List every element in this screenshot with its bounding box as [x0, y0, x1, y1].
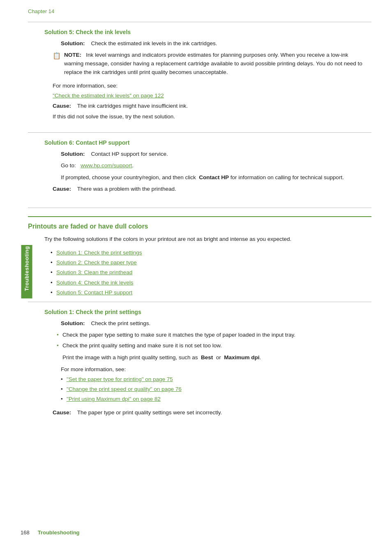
section6-heading: Solution 6: Contact HP support	[44, 139, 371, 146]
note-icon: 📋	[53, 51, 61, 77]
section6-block: Solution 6: Contact HP support Solution:…	[28, 132, 371, 200]
section6-cause: Cause: There was a problem with the prin…	[53, 185, 371, 193]
section6-solution-label: Solution:	[61, 151, 85, 157]
sub-bullet-1: Check the paper type setting to make sur…	[57, 331, 371, 340]
solutions-list-item[interactable]: Solution 4: Check the ink levels	[51, 279, 371, 287]
sub-link-3[interactable]: "Print using Maximum dpi" on page 82	[61, 395, 371, 403]
solutions-list-item[interactable]: Solution 5: Contact HP support	[51, 289, 371, 297]
section5-heading: Solution 5: Check the ink levels	[44, 29, 371, 35]
print-note-line: Print the image with a high print qualit…	[62, 354, 371, 362]
sub-solution1-block: Solution 1: Check the print settings Sol…	[28, 302, 371, 423]
sub-solution1-bullets: Check the paper type setting to make sur…	[57, 331, 371, 350]
section6-cause-label: Cause:	[53, 186, 71, 192]
main-section-block: Printouts are faded or have dull colors …	[28, 216, 371, 423]
footer-page-number: 168	[21, 529, 30, 536]
section6-prompted: If prompted, choose your country/region,…	[61, 173, 371, 182]
main-section-heading: Printouts are faded or have dull colors	[28, 216, 371, 230]
solutions-list-item[interactable]: Solution 1: Check the print settings	[51, 249, 371, 257]
sub-solution1-cause-label: Cause:	[53, 409, 71, 416]
section6-cause-text: There was a problem with the printhead.	[77, 186, 176, 192]
sub-solution1-label: Solution:	[61, 320, 85, 326]
section5-cause-text: The ink cartridges might have insufficie…	[77, 103, 188, 109]
sub-link-1[interactable]: "Set the paper type for printing" on pag…	[61, 375, 371, 384]
section5-note-text: NOTE: Ink level warnings and indicators …	[64, 51, 363, 77]
section6-contact-hp: Contact HP	[199, 174, 229, 180]
section6-goto-label: Go to:	[61, 162, 76, 169]
section6-link[interactable]: www.hp.com/support	[81, 162, 132, 169]
section5-cause: Cause: The ink cartridges might have ins…	[53, 102, 371, 110]
print-end: .	[260, 354, 261, 360]
solutions-list: Solution 1: Check the print settings Sol…	[51, 249, 371, 297]
section5-if-not-solve: If this did not solve the issue, try the…	[53, 113, 371, 121]
section5-note-box: 📋 NOTE: Ink level warnings and indicator…	[53, 51, 363, 77]
section5-block: Solution 5: Check the ink levels Solutio…	[28, 22, 371, 121]
section6-goto: Go to: www.hp.com/support.	[61, 162, 371, 170]
main-section-intro: Try the following solutions if the color…	[44, 235, 371, 244]
sub-solution1-links: "Set the paper type for printing" on pag…	[61, 375, 371, 404]
sub-bullet-2: Check the print quality setting and make…	[57, 342, 371, 350]
section6-solution-line: Solution: Contact HP support for service…	[61, 150, 371, 158]
section5-solution-text: Check the estimated ink levels in the in…	[91, 40, 217, 46]
chapter-label: Chapter 14	[28, 8, 371, 14]
section5-cause-label: Cause:	[53, 103, 71, 109]
side-tab-troubleshooting: Troubleshooting	[21, 245, 32, 298]
section6-if-prompted: If prompted, choose your country/region,…	[61, 174, 196, 180]
max-dpi-label: Maximum dpi	[224, 354, 259, 360]
sub-solution1-text: Check the print settings.	[91, 320, 151, 326]
section5-for-more: For more information, see:	[53, 82, 371, 90]
solutions-list-item[interactable]: Solution 3: Clean the printhead	[51, 268, 371, 277]
or-text: or	[216, 354, 221, 360]
sub-solution1-cause: Cause: The paper type or print quality s…	[53, 409, 371, 417]
section5-link[interactable]: "Check the estimated ink levels" on page…	[53, 92, 371, 100]
page-footer: 168 Troubleshooting	[21, 529, 80, 536]
sub-solution1-heading: Solution 1: Check the print settings	[44, 309, 371, 315]
section5-solution-line: Solution: Check the estimated ink levels…	[61, 39, 371, 48]
sub-solution1-cause-text: The paper type or print quality settings…	[77, 409, 222, 416]
section6-for-info: for information on calling for technical…	[231, 174, 344, 180]
section5-note-body: Ink level warnings and indicators provid…	[64, 52, 362, 75]
section6-solution-text: Contact HP support for service.	[91, 151, 168, 157]
solutions-list-item[interactable]: Solution 2: Check the paper type	[51, 259, 371, 267]
footer-chapter-label: Troubleshooting	[38, 529, 80, 536]
section5-note-label: NOTE:	[64, 52, 81, 58]
print-note-text: Print the image with a high print qualit…	[62, 354, 198, 360]
sub-link-2[interactable]: "Change the print speed or quality" on p…	[61, 385, 371, 393]
sub-for-more: For more information, see:	[61, 365, 371, 374]
section5-solution-label: Solution:	[61, 40, 85, 46]
best-label: Best	[201, 354, 213, 360]
sub-solution1-solution-line: Solution: Check the print settings.	[61, 319, 371, 328]
